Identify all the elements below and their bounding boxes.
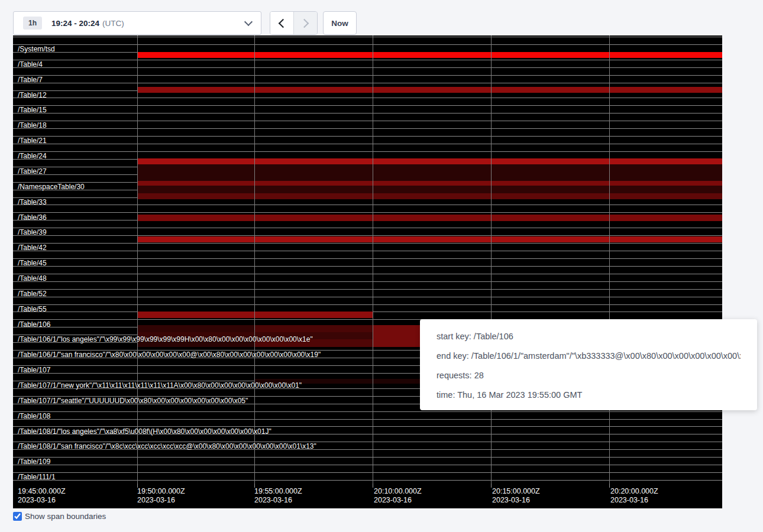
span-boundary-line [13, 83, 722, 83]
tooltip-start-key: start key: /Table/106 [437, 327, 741, 346]
time-gridline [137, 35, 138, 485]
span-boundary-line [13, 105, 722, 106]
span-boundary-line [13, 151, 722, 152]
span-boundary-line [13, 480, 722, 481]
key-visualizer-canvas[interactable]: /System/tsd/Table/4/Table/7/Table/12/Tab… [13, 35, 722, 508]
span-boundary-line [13, 212, 722, 213]
span-tooltip: start key: /Table/106 end key: /Table/10… [420, 319, 757, 410]
span-key-label: /Table/55 [18, 305, 47, 313]
heat-band [137, 186, 722, 193]
range-timezone: (UTC) [102, 19, 124, 28]
heat-band [137, 158, 722, 164]
span-boundary-line [13, 136, 722, 137]
span-boundary-line [13, 258, 722, 259]
heat-band [137, 215, 722, 221]
chevron-down-icon [244, 18, 253, 26]
prev-range-button[interactable] [270, 12, 294, 34]
span-key-label: /Table/15 [18, 106, 47, 114]
time-tick [373, 484, 373, 488]
time-axis-label: 19:55:00.000Z2023-03-16 [254, 487, 302, 505]
heat-band [137, 325, 254, 332]
span-boundary-line [13, 98, 722, 98]
span-key-label: /Table/107/1/"seattle"/"UUUUUUD\x00\x80\… [18, 397, 248, 405]
span-key-label: /Table/52 [18, 290, 47, 298]
span-key-label: /Table/24 [18, 152, 47, 160]
chevron-right-icon [300, 18, 309, 28]
span-key-label: /Table/107/1/"new york"/"\x11\x11\x11\x1… [18, 381, 302, 390]
span-key-label: /Table/107 [18, 366, 50, 374]
show-span-boundaries-checkbox[interactable] [13, 512, 22, 521]
heat-band [137, 52, 722, 58]
heat-band [137, 87, 722, 93]
span-boundary-line [13, 465, 722, 465]
span-key-label: /Table/108 [18, 412, 50, 420]
time-axis-label: 20:20:00.000Z2023-03-16 [610, 487, 658, 505]
span-key-label: /Table/45 [18, 259, 47, 267]
span-boundary-line [13, 205, 722, 205]
span-boundary-line [13, 243, 722, 244]
time-axis-label: 19:50:00.000Z2023-03-16 [137, 487, 185, 505]
span-key-label: /Table/4 [18, 60, 43, 69]
tooltip-end-key: end key: /Table/106/1/"amsterdam"/"\xb33… [437, 346, 741, 366]
span-boundary-line [13, 419, 722, 420]
tooltip-requests: requests: 28 [437, 366, 741, 385]
span-boundary-line [13, 304, 722, 305]
time-gridline [491, 35, 492, 485]
span-key-label: /Table/48 [18, 274, 47, 283]
span-key-label: /Table/21 [18, 137, 47, 145]
heat-band [137, 164, 722, 181]
span-boundary-line [13, 228, 722, 228]
span-boundary-line [13, 75, 722, 76]
span-boundary-line [13, 37, 722, 37]
span-boundary-line [13, 281, 722, 282]
heat-band [137, 193, 722, 199]
key-visualizer-page: 1h 19:24 - 20:24 (UTC) Now /System/tsd/T… [0, 0, 763, 532]
span-key-label: /Table/106 [18, 320, 50, 329]
span-key-label: /Table/111/1 [18, 473, 56, 481]
time-nav-group [270, 11, 318, 35]
span-key-label: /Table/7 [18, 76, 43, 84]
span-key-label: /Table/18 [18, 121, 47, 129]
time-range-selector[interactable]: 1h 19:24 - 20:24 (UTC) [13, 11, 261, 35]
span-boundary-line [13, 274, 722, 274]
span-boundary-line [13, 472, 722, 473]
show-span-boundaries-label: Show span boundaries [25, 512, 106, 521]
heat-band [254, 325, 373, 332]
show-span-boundaries-row: Show span boundaries [13, 512, 106, 521]
span-boundary-line [13, 113, 722, 113]
span-key-label: /Table/27 [18, 167, 47, 176]
tooltip-time: time: Thu, 16 Mar 2023 19:55:00 GMT [437, 385, 741, 405]
span-key-label: /System/tsd [18, 45, 55, 53]
span-key-label: /Table/42 [18, 244, 47, 252]
next-range-button[interactable] [294, 12, 317, 34]
span-key-label: /Table/106/1/"san francisco"/"\x80\x00\x… [18, 351, 321, 359]
time-axis-label: 19:45:00.000Z2023-03-16 [18, 487, 66, 505]
span-key-label: /Table/36 [18, 213, 47, 222]
span-boundary-line [13, 67, 722, 68]
span-key-label: /Table/12 [18, 91, 47, 99]
span-key-label: /Table/106/1/"los angeles"/"\x99\x99\x99… [18, 335, 313, 343]
time-gridline [609, 35, 610, 485]
heat-band [137, 236, 722, 242]
span-boundary-line [13, 251, 722, 251]
span-boundary-line [13, 121, 722, 121]
span-boundary-line [13, 128, 722, 129]
span-boundary-line [13, 144, 722, 144]
time-tick [491, 484, 492, 488]
now-button[interactable]: Now [323, 11, 357, 35]
heat-band [137, 312, 373, 318]
span-boundary-line [13, 297, 722, 297]
span-key-label: /Table/109 [18, 458, 50, 466]
time-axis-label: 20:15:00.000Z2023-03-16 [492, 487, 540, 505]
range-text: 19:24 - 20:24 [51, 19, 99, 28]
time-gridline [373, 35, 373, 485]
span-boundary-line [13, 60, 722, 60]
span-boundary-line [13, 411, 722, 412]
span-key-label: /Table/39 [18, 228, 47, 236]
span-key-label: /Table/108/1/"los angeles"/"\xa8\xf5\u00… [18, 427, 271, 436]
span-key-label: /Table/33 [18, 198, 47, 206]
span-boundary-line [13, 44, 722, 45]
span-boundary-line [13, 289, 722, 290]
span-key-label: /Table/108/1/"san francisco"/"\x8c\xcc\x… [18, 442, 316, 450]
time-tick [609, 484, 610, 488]
